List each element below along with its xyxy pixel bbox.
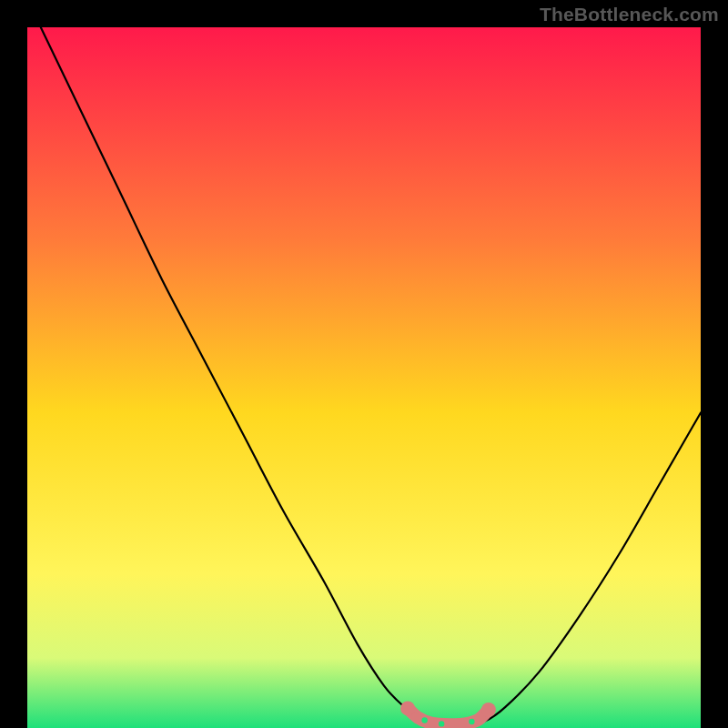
chart-svg <box>27 27 701 728</box>
highlight-gap <box>469 719 474 724</box>
watermark-text: TheBottleneck.com <box>540 4 719 25</box>
highlight-gap <box>439 721 444 726</box>
highlight-end-dot <box>481 703 496 717</box>
gradient-background <box>27 27 701 728</box>
highlight-start-dot <box>400 701 415 715</box>
chart-frame: TheBottleneck.com <box>0 0 728 728</box>
plot-area <box>27 27 701 728</box>
highlight-gap <box>421 717 427 723</box>
